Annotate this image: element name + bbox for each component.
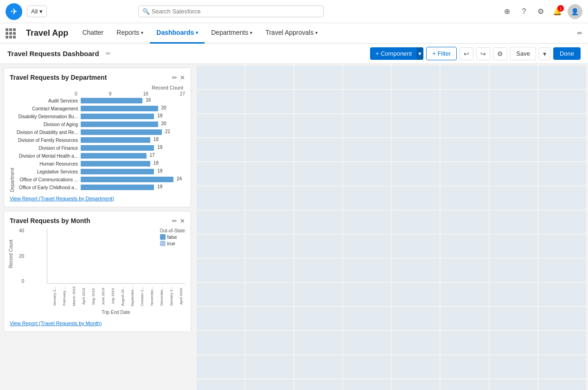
grid-cell — [343, 162, 391, 185]
bar-outer: 21 — [81, 129, 185, 135]
top-bar-right: ⊕ ? ⚙ 🔔 1 👤 — [501, 4, 582, 19]
redo-button[interactable]: ↪ — [476, 47, 490, 60]
chart1-edit-icon[interactable]: ✏ — [172, 74, 177, 81]
done-button[interactable]: Done — [553, 47, 581, 60]
bar-row: Division of Disability and Re... 21 — [16, 129, 185, 135]
bar-row: Office of Communications ... 24 — [16, 176, 185, 183]
grid-cell — [392, 235, 440, 258]
bar-row: Human Resources 18 — [16, 160, 185, 167]
bar-label: Division of Family Resources — [16, 138, 81, 143]
grid-cell — [441, 114, 488, 137]
col-x-label: Novembe... — [146, 285, 154, 308]
grid-cell — [245, 66, 293, 89]
grid-cell — [197, 331, 244, 354]
legend-title: Out-of-State — [160, 228, 185, 233]
nav-travel-approvals[interactable]: Travel Approvals ▾ — [259, 23, 324, 44]
grid-cell — [441, 379, 488, 390]
bar-inner: 18 — [81, 137, 150, 143]
grid-cell — [490, 138, 537, 161]
grid-cell — [441, 211, 488, 234]
grid-cell — [343, 211, 391, 234]
bar-label: Office of Communications ... — [16, 177, 81, 182]
add-icon-btn[interactable]: ⊕ — [501, 5, 514, 18]
save-button[interactable]: Save — [510, 47, 536, 60]
chart2-edit-icon[interactable]: ✏ — [172, 217, 177, 224]
grid-cell — [245, 90, 293, 113]
grid-cell — [490, 162, 537, 185]
grid-cell — [441, 66, 488, 89]
bars-container: Audit Services 16 Contract Management 20… — [16, 97, 185, 192]
grid-cell — [538, 90, 586, 113]
bar-inner: 24 — [81, 177, 173, 182]
chart-by-month: Travel Requests by Month ✏ ✕ Out-of-Stat… — [4, 211, 191, 332]
search-type-label: All — [31, 8, 38, 15]
chart2-header: Travel Requests by Month ✏ ✕ — [10, 217, 185, 224]
grid-cell — [197, 259, 244, 282]
grid-cell — [343, 355, 391, 378]
bar-outer: 19 — [81, 145, 185, 151]
undo-button[interactable]: ↩ — [460, 47, 473, 60]
app-title: Travel App — [26, 28, 68, 38]
x-axis-labels: January 2...February ...March 2019April … — [47, 284, 185, 308]
grid-cell — [441, 235, 488, 258]
bar-value: 20 — [161, 121, 166, 126]
legend-false: false — [160, 234, 185, 240]
bar-outer: 24 — [81, 177, 185, 182]
chevron-down-icon: ▾ — [141, 30, 143, 35]
settings-button[interactable]: ⚙ — [493, 47, 507, 60]
chart1-close-icon[interactable]: ✕ — [180, 74, 185, 81]
grid-cell — [343, 186, 391, 210]
nav-chatter[interactable]: Chatter — [76, 23, 110, 44]
grid-cell — [392, 307, 440, 330]
chart2-title: Travel Requests by Month — [10, 217, 90, 224]
bar-chart: Record Count 0 9 18 27 Department Audit … — [10, 85, 185, 192]
bar-value: 16 — [146, 97, 151, 102]
waffle-icon[interactable] — [6, 28, 16, 38]
grid-cell — [245, 138, 293, 161]
col-x-label: August 20... — [117, 285, 125, 308]
col-x-label: October 2... — [136, 285, 144, 308]
grid-cell — [343, 114, 391, 137]
chart2-link[interactable]: View Report (Travel Requests by Month) — [10, 320, 185, 326]
nav-departments[interactable]: Departments ▾ — [205, 23, 259, 44]
x-axis-title: Trip End Date — [47, 310, 185, 315]
chart1-header: Travel Requests by Department ✏ ✕ — [10, 74, 185, 81]
chart1-link[interactable]: View Report (Travel Requests by Departme… — [10, 196, 185, 201]
grid-cell — [441, 162, 488, 185]
dashboard-title-edit-icon[interactable]: ✏ — [106, 50, 111, 57]
grid-cell — [490, 90, 537, 113]
grid-cell — [294, 90, 342, 113]
chart2-close-icon[interactable]: ✕ — [180, 217, 185, 224]
settings-icon-btn[interactable]: ⚙ — [534, 5, 547, 18]
save-dropdown-button[interactable]: ▾ — [539, 47, 550, 60]
nav-reports[interactable]: Reports ▾ — [110, 23, 150, 44]
help-icon-btn[interactable]: ? — [518, 5, 530, 18]
bar-inner: 16 — [81, 98, 142, 103]
filter-button[interactable]: + Filter — [426, 47, 457, 60]
grid-area — [195, 64, 588, 390]
grid-cell — [343, 379, 391, 390]
grid-cell — [343, 138, 391, 161]
search-bar[interactable]: 🔍 — [138, 6, 324, 17]
notification-icon-btn[interactable]: 🔔 1 — [551, 5, 564, 18]
grid-cell — [343, 235, 391, 258]
avatar[interactable]: 👤 — [568, 4, 582, 19]
component-dropdown-arrow[interactable]: ▾ — [416, 47, 423, 60]
grid-cell — [197, 66, 244, 89]
grid-cell — [245, 114, 293, 137]
bar-row: Division of Aging 20 — [16, 121, 185, 128]
component-button[interactable]: + Component ▾ — [370, 47, 423, 60]
record-count-label: Record Count — [10, 85, 185, 90]
bar-row: Audit Services 16 — [16, 97, 185, 104]
search-input[interactable] — [152, 8, 320, 15]
bar-row: Division of Mental Health a... 17 — [16, 153, 185, 159]
edit-icon-btn[interactable]: ✏ — [577, 30, 582, 37]
search-type-dropdown[interactable]: All ▾ — [27, 6, 47, 17]
grid-cell — [490, 114, 537, 137]
bar-value: 19 — [157, 113, 162, 118]
nav-dashboards[interactable]: Dashboards ▾ — [150, 23, 205, 44]
grid-cell — [294, 66, 342, 89]
dashboard-toolbar: Travel Requests Dashboard ✏ + Component … — [0, 44, 588, 64]
dashboard-title: Travel Requests Dashboard — [7, 50, 99, 58]
col-x-label: February ... — [58, 285, 66, 308]
